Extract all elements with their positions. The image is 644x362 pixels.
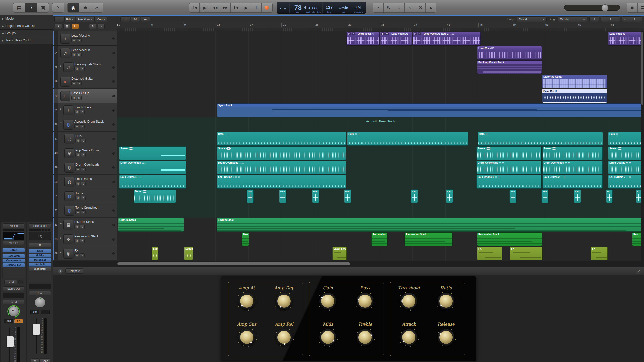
track-row-eldrum-stack[interactable]: 53▶▦ElDrum StackMS [53,218,117,232]
knob-ratio[interactable] [438,293,454,309]
smart-controls-icon[interactable]: ◉ [68,3,79,12]
bass-guitar-icon[interactable]: ♩ [60,91,70,101]
track-name[interactable]: Acoustic Drum Stack [74,120,104,123]
send-slot[interactable]: Send [4,280,17,284]
play-from-selection-button[interactable]: ▶ [200,3,210,12]
region-to[interactable]: To [636,189,641,203]
track-disclosure-icon[interactable]: ▶ [60,108,62,110]
region-snare[interactable]: Snare [119,146,186,160]
inspector-section-region-bass-cut-up[interactable]: ▶Region: Bass Cut Up [0,22,53,30]
region-snare[interactable]: Snare [542,146,603,160]
disclosure-triangle-icon[interactable]: ▶ [2,32,4,35]
track-name[interactable]: Toms [75,192,83,195]
automation-icon[interactable]: ⋰ [120,16,130,22]
region-percussion[interactable]: Percussion [371,232,387,246]
drum-kit-icon[interactable]: ◍ [64,177,74,187]
hand-percussion-icon[interactable]: ❖ [63,234,73,244]
region-drum-overheads[interactable]: Drum Overheads [217,161,346,174]
horizontal-scroll-thumb[interactable] [117,262,350,265]
region-laser-swe[interactable]: Laser Swe [332,247,347,260]
bounce-button[interactable]: Bnce [39,358,50,362]
region-tom[interactable]: Tom [312,189,319,203]
track-disclosure-icon[interactable]: ▶ [60,222,62,225]
vertical-zoom-slider[interactable]: ↕ [601,16,620,22]
audio-fx-slot[interactable]: AdLimit [29,263,51,267]
region-hats[interactable]: Hats [478,132,603,146]
track-solo-button[interactable]: S [77,96,82,100]
volume-fader[interactable] [33,324,40,335]
eq-thumbnail[interactable] [3,232,24,240]
pause-button[interactable]: ‖ [251,3,262,12]
volume-value[interactable]: -3.0 [4,319,13,323]
send-knob[interactable] [18,280,23,284]
knob-gain[interactable] [319,293,336,309]
track-name[interactable]: Hats [75,134,82,138]
editors-icon[interactable]: ✂ [91,3,103,12]
metronome-icon[interactable]: ▲ [426,3,436,12]
track-name[interactable]: FX [74,249,78,252]
compare-button[interactable]: Compare [65,268,83,274]
track-row-toms[interactable]: 51◍TomsMS [53,189,117,203]
region-snare[interactable]: Snare [608,146,643,160]
track-row-backing-als-stack[interactable]: 3▶♫Backing...als StackMS [53,60,117,74]
audio-fx-slot[interactable]: MultiMeter [29,267,51,271]
waveform-zoom-button[interactable]: ⦀ [589,16,599,22]
track-name[interactable]: Drum Overheads [75,163,99,166]
autopunch-icon[interactable]: ↕ [394,3,405,12]
library-icon[interactable]: ▤ [13,3,25,12]
quick-help-icon[interactable]: ? [52,3,64,12]
track-row-lofi-drums[interactable]: 50◍LoFi DrumsMS [53,175,117,189]
track-input-monitor[interactable] [112,209,115,212]
drum-kit-icon[interactable]: ◍ [63,120,73,130]
disclosure-triangle-icon[interactable]: ▶ [2,39,4,42]
track-solo-button[interactable]: S [77,53,82,57]
track-name[interactable]: ElDrum Stack [74,220,94,224]
output-slot[interactable]: Stereo Out [3,286,24,291]
track-input-monitor[interactable] [112,95,115,97]
tom-icon[interactable]: ◍ [64,191,74,201]
region-percussion-stack[interactable]: Percussion Stack [477,232,542,246]
horizontal-scrollbar[interactable] [117,261,644,268]
region-laugh[interactable]: Laugh [184,247,193,260]
drag-dropdown[interactable]: Overlap▲▼ [558,16,587,22]
audio-fx-slot[interactable]: Multipr [29,254,51,258]
knob-bass[interactable] [357,293,373,309]
volume-value[interactable]: 0.0 [30,310,39,314]
track-input-monitor[interactable] [112,109,115,112]
region-tom[interactable]: Tom [509,189,516,203]
region-fx[interactable]: FX [477,247,502,260]
track-disclosure-icon[interactable]: ▶ [60,237,62,239]
track-input-monitor[interactable] [112,138,115,140]
empty-fx-slot[interactable] [2,268,25,278]
region-lead-vocal-a-[interactable]: ▶A∴Lead Vocal A: [346,32,380,45]
track-name[interactable]: Backing...als Stack [74,63,101,66]
region-drum-overheads[interactable]: Drum Overheads [476,161,541,174]
pan-knob[interactable]: +63 [8,306,19,317]
track-input-monitor[interactable] [112,166,115,169]
track-input-monitor[interactable] [112,66,115,69]
track-name[interactable]: Toms Crunched [75,206,98,209]
master-mute-icon[interactable]: × [405,3,415,12]
region-tom[interactable]: Tom [574,189,581,203]
lcd-key[interactable]: Cmin key [336,2,351,13]
cycle-icon[interactable]: ↻ [384,3,394,12]
track-name[interactable]: Synth Stack [74,106,91,109]
region-lofi-drums-1[interactable]: LoFi Drums 1 [119,175,186,189]
track-input-monitor[interactable] [112,80,115,83]
format-button[interactable]: ◎ [29,243,51,247]
info-button[interactable]: i [58,269,63,274]
region-backing-vocals-stack[interactable]: Backing Vocals Stack [477,60,542,74]
region-perc[interactable]: Perc [242,232,249,246]
track-solo-button[interactable]: S [81,153,86,157]
track-mute-button[interactable]: M [71,81,76,85]
track-input-monitor[interactable] [112,181,115,183]
vocalist-icon[interactable]: ♫ [60,48,70,58]
track-row-drum-overheads[interactable]: 49◍Drum OverheadsMS [53,160,117,174]
track-row-bass-cut-up[interactable]: 20♩Bass Cut UpMS [53,89,117,103]
track-disclosure-icon[interactable]: ▶ [60,251,62,253]
midi-fx-slot[interactable]: MIDI FX [3,241,24,245]
track-solo-button[interactable]: S [80,124,85,128]
drum-kit-icon[interactable]: ◍ [64,163,74,173]
inspector-icon[interactable]: i [25,3,37,12]
disclosure-triangle-icon[interactable]: ▶ [2,18,4,20]
